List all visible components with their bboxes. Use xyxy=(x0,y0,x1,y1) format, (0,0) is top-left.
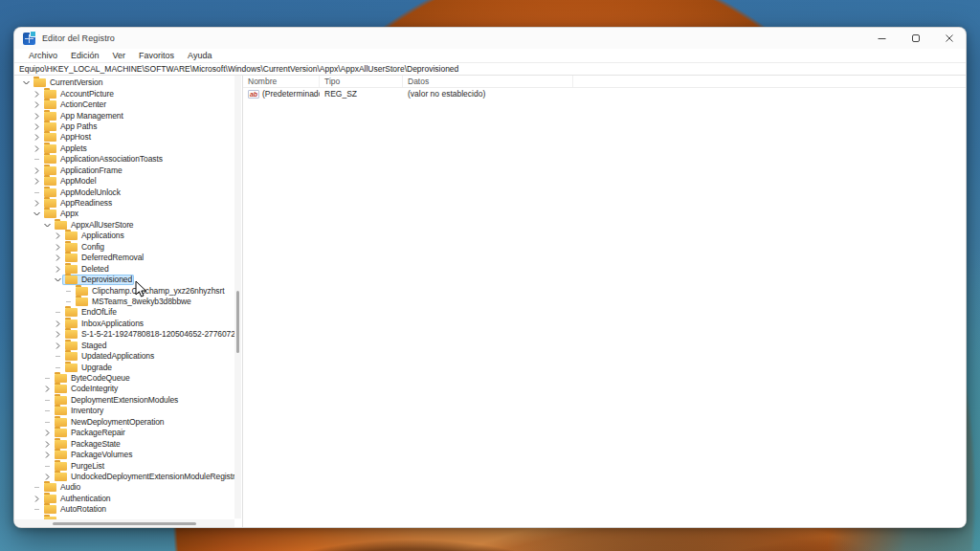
tree-item-body[interactable]: DeploymentExtensionModules xyxy=(52,395,180,406)
tree-item[interactable]: PurgeList xyxy=(14,460,234,471)
tree-item-body[interactable]: PackageRepair xyxy=(52,428,127,438)
chevron-right-icon[interactable] xyxy=(54,330,62,339)
column-header-nombre[interactable]: Nombre xyxy=(243,76,320,87)
tree-item-body[interactable]: UndockedDeploymentExtensionModuleRegistr… xyxy=(52,472,234,482)
tree-item[interactable]: AppxAllUserStore xyxy=(14,220,234,231)
chevron-right-icon[interactable] xyxy=(43,385,52,393)
tree-item[interactable]: Config xyxy=(14,242,234,253)
chevron-right-icon[interactable] xyxy=(33,133,41,142)
tree-item[interactable]: Staged xyxy=(14,341,234,351)
chevron-right-icon[interactable] xyxy=(33,122,41,131)
tree-item-body[interactable]: CurrentVersion xyxy=(31,77,104,88)
tree-item-body[interactable]: AppReadiness xyxy=(41,198,114,209)
chevron-right-icon[interactable] xyxy=(54,320,62,328)
tree-item-body[interactable]: Staged xyxy=(62,341,108,351)
minimize-button[interactable] xyxy=(865,28,899,49)
tree-item-body[interactable]: UpdatedApplications xyxy=(62,351,156,362)
tree-item-body[interactable]: MSTeams_8wekyb3d8bbwe xyxy=(73,297,193,307)
tree-item-body[interactable]: App Paths xyxy=(41,121,99,132)
tree-item-body[interactable]: Appx xyxy=(41,209,80,219)
chevron-right-icon[interactable] xyxy=(54,243,62,252)
chevron-down-icon[interactable] xyxy=(22,78,31,87)
title-bar[interactable]: Editor del Registro xyxy=(14,28,966,49)
column-header-tipo[interactable]: Tipo xyxy=(320,76,403,87)
chevron-right-icon[interactable] xyxy=(54,231,62,240)
menu-archivo[interactable]: Archivo xyxy=(22,49,64,62)
tree-horizontal-scrollbar-thumb[interactable] xyxy=(53,522,196,525)
tree-item[interactable]: InboxApplications xyxy=(14,319,234,329)
tree-item[interactable]: PackageVolumes xyxy=(14,450,234,460)
registry-value-row[interactable]: ab(Predeterminado)REG_SZ(valor no establ… xyxy=(243,88,966,99)
chevron-right-icon[interactable] xyxy=(33,166,41,175)
tree-item[interactable]: Audio xyxy=(14,482,234,493)
tree-item[interactable]: AppModel xyxy=(14,176,234,187)
chevron-right-icon[interactable] xyxy=(33,144,41,153)
tree-item-body[interactable]: Config xyxy=(62,242,106,253)
close-button[interactable] xyxy=(932,28,966,49)
tree-item-body[interactable]: Applications xyxy=(62,231,126,241)
tree-item[interactable]: Deleted xyxy=(14,263,234,274)
chevron-right-icon[interactable] xyxy=(54,253,62,262)
tree-item-body[interactable]: DeferredRemoval xyxy=(62,253,145,263)
tree-item[interactable]: Inventory xyxy=(14,406,234,416)
chevron-right-icon[interactable] xyxy=(54,265,62,274)
tree-item[interactable]: PackageState xyxy=(14,438,234,449)
tree-item-body[interactable]: Clipchamp.Clipchamp_yxz26nhyzhsrt xyxy=(73,286,226,297)
tree-item[interactable]: Clipchamp.Clipchamp_yxz26nhyzhsrt xyxy=(14,285,234,296)
tree-item[interactable]: S-1-5-21-1924780818-120504652-2776072295 xyxy=(14,329,234,340)
chevron-right-icon[interactable] xyxy=(33,90,41,99)
tree-item-selected[interactable]: Deprovisioned xyxy=(62,275,134,285)
tree-item-body[interactable]: AppHost xyxy=(41,132,93,143)
chevron-right-icon[interactable] xyxy=(33,112,41,121)
chevron-right-icon[interactable] xyxy=(33,100,41,109)
tree-item[interactable]: DeploymentExtensionModules xyxy=(14,395,234,406)
menu-ver[interactable]: Ver xyxy=(106,49,133,62)
tree-item-body[interactable]: AppxAllUserStore xyxy=(52,220,135,231)
tree-item[interactable]: Deprovisioned xyxy=(14,275,234,285)
tree-item-body[interactable]: AutoRotation xyxy=(41,504,108,515)
chevron-right-icon[interactable] xyxy=(33,199,41,208)
tree-item[interactable]: Appx xyxy=(14,209,234,219)
tree-item[interactable]: CurrentVersion xyxy=(14,77,234,88)
tree-item[interactable]: Applications xyxy=(14,231,234,241)
chevron-down-icon[interactable] xyxy=(43,221,52,230)
tree-item[interactable]: AutoRotation xyxy=(14,504,234,515)
chevron-down-icon[interactable] xyxy=(33,209,41,218)
tree-item-body[interactable]: PackageVolumes xyxy=(52,450,134,460)
menu-ayuda[interactable]: Ayuda xyxy=(181,49,218,62)
chevron-right-icon[interactable] xyxy=(33,495,41,503)
tree-item-body[interactable]: Deleted xyxy=(62,264,111,275)
tree-item-body[interactable]: ApplicationAssociationToasts xyxy=(41,154,165,165)
address-input[interactable] xyxy=(14,63,966,75)
tree-item[interactable]: Upgrade xyxy=(14,362,234,372)
tree-item-body[interactable]: PurgeList xyxy=(52,461,106,472)
menu-edicion[interactable]: Edición xyxy=(64,49,106,62)
tree-item-body[interactable]: CodeIntegrity xyxy=(52,384,120,394)
tree-item-body[interactable]: PackageState xyxy=(52,439,122,450)
tree-vertical-scrollbar[interactable] xyxy=(234,76,241,518)
chevron-right-icon[interactable] xyxy=(54,342,62,350)
tree-item-body[interactable]: ApplicationFrame xyxy=(41,165,124,176)
tree-item-body[interactable]: Inventory xyxy=(52,406,105,416)
menu-favoritos[interactable]: Favoritos xyxy=(132,49,181,62)
tree-item-body[interactable]: Audio xyxy=(41,482,82,493)
tree-item-body[interactable]: App Management xyxy=(41,111,125,121)
chevron-right-icon[interactable] xyxy=(43,429,52,437)
chevron-right-icon[interactable] xyxy=(43,451,52,459)
tree-item-body[interactable]: AppModel xyxy=(41,176,98,187)
tree-item-body[interactable]: Applets xyxy=(41,143,89,154)
tree-item[interactable]: ByteCodeQueue xyxy=(14,373,234,384)
chevron-right-icon[interactable] xyxy=(43,440,52,449)
column-header-datos[interactable]: Datos xyxy=(403,76,573,87)
tree-item[interactable]: DeferredRemoval xyxy=(14,253,234,263)
tree-item[interactable]: NewDeploymentOperation xyxy=(14,417,234,428)
chevron-right-icon[interactable] xyxy=(33,177,41,186)
maximize-button[interactable] xyxy=(899,28,932,49)
tree-item-body[interactable]: Upgrade xyxy=(62,363,114,373)
tree-item-body[interactable]: S-1-5-21-1924780818-120504652-2776072295 xyxy=(62,329,234,340)
tree-horizontal-scrollbar[interactable] xyxy=(14,519,234,527)
tree-item-body[interactable]: InboxApplications xyxy=(62,319,145,329)
tree-item[interactable]: PackageRepair xyxy=(14,428,234,438)
tree-item-body[interactable]: NewDeploymentOperation xyxy=(52,417,167,428)
chevron-right-icon[interactable] xyxy=(43,473,52,481)
